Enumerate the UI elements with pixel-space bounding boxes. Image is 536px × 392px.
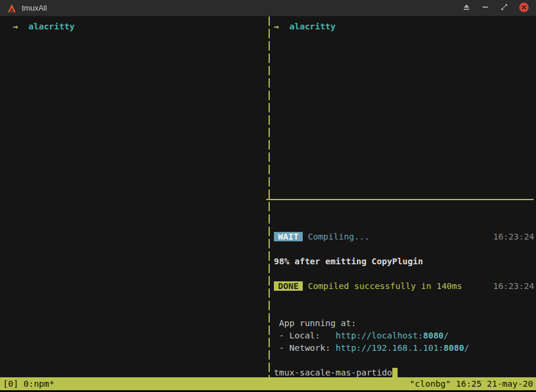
terminal-text: - Network: bbox=[274, 343, 336, 353]
terminal-text: / bbox=[464, 343, 469, 353]
text-cursor bbox=[392, 368, 398, 377]
terminal-pane-left[interactable]: → alacritty bbox=[0, 16, 266, 377]
network-url: http://192.168.1.101: bbox=[336, 343, 444, 353]
terminal-text: Compiled successfully in 140ms bbox=[308, 281, 462, 291]
terminal-line: - Local: http://localhost:8080/ bbox=[274, 330, 536, 342]
terminal-text: alacritty bbox=[289, 22, 336, 31]
terminal-line: WAIT Compiling...16:23:24 bbox=[274, 231, 536, 243]
alacritty-app-icon bbox=[7, 4, 16, 13]
terminal-text: Compiling... bbox=[308, 232, 370, 241]
pane-divider-horizontal[interactable] bbox=[272, 194, 536, 206]
terminal-text: → bbox=[274, 22, 279, 31]
terminal-line: - Network: http://192.168.1.101:8080/ bbox=[274, 342, 536, 354]
terminal-line: → alacritty bbox=[274, 21, 536, 33]
terminal-text: 98% after emitting CopyPlugin bbox=[274, 257, 423, 266]
eject-icon bbox=[462, 3, 471, 13]
terminal-text: App running at: bbox=[274, 318, 356, 328]
wait-badge: WAIT bbox=[274, 232, 303, 241]
terminal-line: 98% after emitting CopyPlugin bbox=[274, 255, 536, 268]
terminal-right-column: → alacritty WAIT Compiling...16:23:2498%… bbox=[272, 16, 536, 377]
terminal-text bbox=[18, 22, 28, 31]
minimize-icon bbox=[481, 3, 489, 13]
terminal-pane-right-bottom[interactable]: WAIT Compiling...16:23:2498% after emitt… bbox=[272, 206, 536, 377]
terminal-line bbox=[274, 293, 536, 305]
terminal-text bbox=[279, 22, 289, 31]
window-titlebar[interactable]: tmuxAll bbox=[0, 0, 536, 16]
maximize-button[interactable] bbox=[500, 3, 508, 13]
terminal-text bbox=[303, 232, 308, 241]
close-icon bbox=[519, 2, 529, 14]
timestamp: 16:23:24 bbox=[493, 281, 534, 291]
terminal-line: tmux-sacale-mas-partido bbox=[274, 367, 536, 377]
terminal-line bbox=[274, 243, 536, 255]
keep-above-button[interactable] bbox=[462, 3, 471, 13]
local-url: http://localhost: bbox=[336, 331, 423, 340]
status-window-list[interactable]: [0] 0:npm* bbox=[3, 379, 54, 388]
terminal-line: DONE Compiled successfully in 140ms16:23… bbox=[274, 280, 536, 293]
terminal-area: → alacritty → alacritty WAIT Compiling..… bbox=[0, 16, 536, 377]
resize-diagonal-icon bbox=[500, 3, 508, 13]
terminal-line bbox=[274, 305, 536, 317]
terminal-text: → bbox=[13, 22, 18, 31]
terminal-text: alacritty bbox=[28, 22, 75, 31]
window-title: tmuxAll bbox=[22, 4, 47, 12]
close-button[interactable] bbox=[519, 2, 529, 14]
pane-divider-vertical[interactable] bbox=[266, 16, 272, 377]
local-port: 8080 bbox=[423, 331, 444, 340]
terminal-line: → alacritty bbox=[13, 21, 266, 33]
done-badge: DONE bbox=[274, 281, 303, 291]
tmux-status-bar: [0] 0:npm* "clonbg" 16:25 21-may-20 bbox=[0, 377, 536, 390]
terminal-line bbox=[274, 354, 536, 367]
alacritty-window: tmuxAll bbox=[0, 0, 536, 392]
terminal-text: / bbox=[444, 331, 449, 340]
status-session-info: "clonbg" 16:25 21-may-20 bbox=[409, 379, 533, 388]
window-controls bbox=[462, 2, 529, 14]
terminal-text: - Local: bbox=[274, 331, 336, 340]
terminal-line bbox=[274, 268, 536, 280]
terminal-pane-right-top[interactable]: → alacritty bbox=[272, 16, 536, 194]
terminal-line bbox=[274, 206, 536, 218]
terminal-line bbox=[274, 218, 536, 231]
typed-command: tmux-sacale-mas-partido bbox=[274, 368, 392, 377]
network-port: 8080 bbox=[444, 343, 464, 353]
timestamp: 16:23:24 bbox=[493, 232, 534, 241]
terminal-text bbox=[303, 281, 308, 291]
minimize-button[interactable] bbox=[481, 3, 489, 13]
terminal-line: App running at: bbox=[274, 317, 536, 330]
